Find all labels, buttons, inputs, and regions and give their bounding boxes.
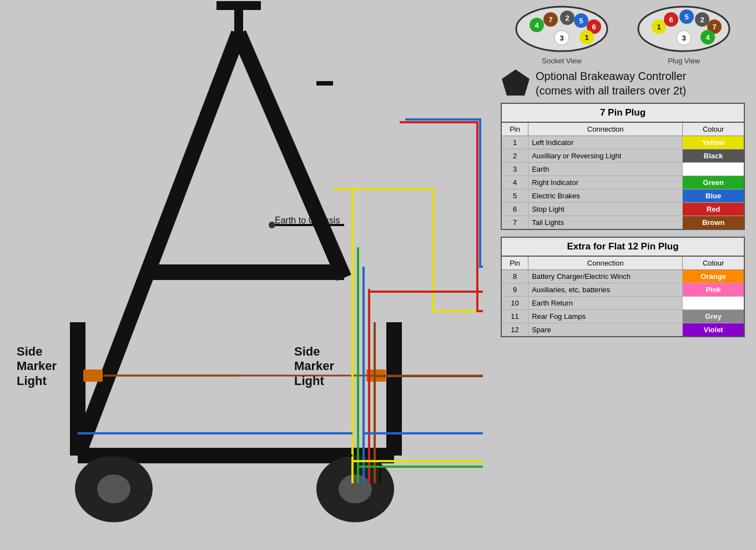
colour-cell: Black bbox=[683, 149, 744, 163]
connection-name: Stop Light bbox=[528, 203, 683, 216]
connection-name: Battery Charger/Electric Winch bbox=[528, 270, 683, 283]
svg-point-13 bbox=[339, 474, 372, 503]
earth-chassis-label: Earth to Chassis bbox=[275, 216, 340, 226]
pin-number: 4 bbox=[501, 176, 528, 189]
col-header-pin2: Pin bbox=[501, 256, 528, 270]
seven-pin-table-container: 7 Pin Plug Pin Connection Colour 1 Left … bbox=[501, 103, 745, 230]
pin-number: 1 bbox=[501, 136, 528, 149]
pin-number: 5 bbox=[501, 189, 528, 203]
seven-pin-table: 7 Pin Plug Pin Connection Colour 1 Left … bbox=[501, 103, 745, 230]
colour-cell: Brown bbox=[683, 216, 744, 230]
svg-text:6: 6 bbox=[669, 16, 673, 24]
connection-name: Electric Brakes bbox=[528, 189, 683, 203]
colour-cell: Green bbox=[683, 176, 744, 189]
pin-number: 7 bbox=[501, 216, 528, 230]
connector-diagrams: 4 7 2 3 5 6 1 Socket View 1 6 5 3 2 7 4 bbox=[501, 6, 745, 65]
table-row: 5 Electric Brakes Blue bbox=[501, 189, 744, 203]
svg-text:2: 2 bbox=[700, 16, 704, 24]
table-row: 6 Stop Light Red bbox=[501, 203, 744, 216]
table-row: 4 Right Indicator Green bbox=[501, 176, 744, 189]
svg-text:2: 2 bbox=[565, 14, 569, 22]
col-header-connection: Connection bbox=[528, 122, 683, 136]
socket-diagram: 4 7 2 3 5 6 1 Socket View bbox=[515, 6, 609, 65]
brakeaway-title: Optional Brakeaway Controller (comes wit… bbox=[536, 69, 686, 98]
pin-number: 2 bbox=[501, 149, 528, 163]
connection-name: Rear Fog Lamps bbox=[528, 310, 683, 323]
side-marker-right-label: Side Marker Light bbox=[294, 344, 334, 388]
connection-name: Earth bbox=[528, 163, 683, 176]
svg-text:7: 7 bbox=[712, 23, 716, 31]
svg-text:7: 7 bbox=[548, 16, 552, 24]
twelve-pin-title: Extra for Flat 12 Pin Plug bbox=[501, 237, 744, 256]
svg-text:4: 4 bbox=[535, 21, 539, 29]
table-row: 3 Earth White bbox=[501, 163, 744, 176]
pin-number: 9 bbox=[501, 283, 528, 297]
table-row: 7 Tail Lights Brown bbox=[501, 216, 744, 230]
colour-cell: Grey bbox=[683, 310, 744, 323]
seven-pin-title: 7 Pin Plug bbox=[501, 103, 744, 122]
connection-name: Auxiliaries, etc, batteries bbox=[528, 283, 683, 297]
table-row: 9 Auxiliaries, etc, batteries Pink bbox=[501, 283, 744, 297]
col-header-pin: Pin bbox=[501, 122, 528, 136]
plug-diagram: 1 6 5 3 2 7 4 Plug View bbox=[637, 6, 731, 65]
svg-point-11 bbox=[97, 474, 130, 503]
colour-cell: White bbox=[683, 163, 744, 176]
table-row: 11 Rear Fog Lamps Grey bbox=[501, 310, 744, 323]
colour-cell: White bbox=[683, 297, 744, 310]
svg-text:5: 5 bbox=[579, 17, 583, 25]
colour-cell: Violet bbox=[683, 323, 744, 337]
svg-text:3: 3 bbox=[682, 34, 686, 42]
socket-label: Socket View bbox=[515, 57, 609, 65]
side-marker-left-label: Side Marker Light bbox=[17, 344, 57, 388]
colour-cell: Pink bbox=[683, 283, 744, 297]
svg-text:6: 6 bbox=[592, 23, 596, 31]
colour-cell: Yellow bbox=[683, 136, 744, 149]
colour-cell: Orange bbox=[683, 270, 744, 283]
pin-number: 12 bbox=[501, 323, 528, 337]
svg-text:1: 1 bbox=[657, 23, 661, 31]
twelve-pin-table: Extra for Flat 12 Pin Plug Pin Connectio… bbox=[501, 237, 745, 337]
table-row: 8 Battery Charger/Electric Winch Orange bbox=[501, 270, 744, 283]
pin-number: 3 bbox=[501, 163, 528, 176]
connection-name: Tail Lights bbox=[528, 216, 683, 230]
connection-name: Left Indicator bbox=[528, 136, 683, 149]
svg-marker-62 bbox=[502, 69, 530, 96]
col-header-connection2: Connection bbox=[528, 256, 683, 270]
connection-name: Spare bbox=[528, 323, 683, 337]
table-row: 10 Earth Return White bbox=[501, 297, 744, 310]
right-panel: 4 7 2 3 5 6 1 Socket View 1 6 5 3 2 7 4 bbox=[495, 0, 750, 550]
plug-label: Plug View bbox=[637, 57, 731, 65]
pin-number: 8 bbox=[501, 270, 528, 283]
table-row: 1 Left Indicator Yellow bbox=[501, 136, 744, 149]
pin-number: 10 bbox=[501, 297, 528, 310]
connection-name: Earth Return bbox=[528, 297, 683, 310]
connection-name: Right Indicator bbox=[528, 176, 683, 189]
colour-cell: Red bbox=[683, 203, 744, 216]
col-header-colour: Colour bbox=[683, 122, 744, 136]
table-row: 2 Auxilliary or Reversing Light Black bbox=[501, 149, 744, 163]
svg-rect-14 bbox=[83, 369, 103, 382]
svg-text:1: 1 bbox=[584, 33, 588, 42]
svg-text:3: 3 bbox=[560, 34, 563, 42]
svg-text:5: 5 bbox=[684, 13, 688, 21]
connection-name: Auxilliary or Reversing Light bbox=[528, 149, 683, 163]
pin-number: 11 bbox=[501, 310, 528, 323]
twelve-pin-table-container: Extra for Flat 12 Pin Plug Pin Connectio… bbox=[501, 237, 745, 337]
col-header-colour2: Colour bbox=[683, 256, 744, 270]
pin-number: 6 bbox=[501, 203, 528, 216]
colour-cell: Blue bbox=[683, 189, 744, 203]
table-row: 12 Spare Violet bbox=[501, 323, 744, 337]
svg-text:4: 4 bbox=[705, 33, 710, 42]
